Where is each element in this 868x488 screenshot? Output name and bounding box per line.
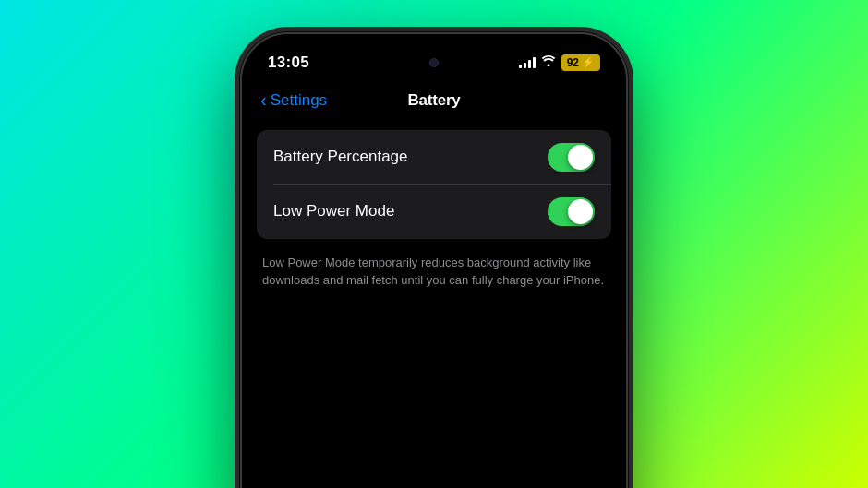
nav-bar: ‹ Settings Battery (242, 84, 626, 121)
battery-bolt-icon: ⚡ (582, 56, 595, 68)
phone-screen: 13:05 92 ⚡ (242, 34, 626, 489)
phone-frame: 13:05 92 ⚡ (240, 32, 628, 489)
back-button[interactable]: ‹ Settings (260, 91, 327, 110)
back-label: Settings (271, 91, 327, 110)
phone-wrapper: 13:05 92 ⚡ (240, 32, 628, 489)
battery-percentage-row: Battery Percentage (257, 130, 611, 184)
page-title: Battery (407, 91, 460, 110)
low-power-mode-description: Low Power Mode temporarily reduces backg… (257, 254, 611, 290)
toggle-knob-2 (568, 199, 593, 224)
wifi-icon (541, 55, 556, 69)
battery-indicator: 92 ⚡ (561, 54, 600, 71)
low-power-mode-label: Low Power Mode (273, 202, 394, 220)
camera-dot (429, 58, 439, 67)
screen-content: Battery Percentage Low Power Mode (242, 121, 626, 489)
status-time: 13:05 (268, 54, 309, 72)
low-power-mode-row: Low Power Mode (257, 184, 611, 239)
signal-bars-icon (519, 57, 536, 68)
low-power-mode-toggle[interactable] (548, 197, 595, 226)
status-right: 92 ⚡ (519, 54, 600, 71)
toggle-knob (568, 145, 593, 170)
settings-list: Battery Percentage Low Power Mode (257, 130, 611, 239)
battery-percentage-toggle[interactable] (548, 143, 595, 172)
back-chevron-icon: ‹ (260, 90, 267, 109)
battery-percentage-label: Battery Percentage (273, 148, 408, 166)
dynamic-island (379, 47, 489, 78)
battery-level: 92 (567, 56, 579, 69)
